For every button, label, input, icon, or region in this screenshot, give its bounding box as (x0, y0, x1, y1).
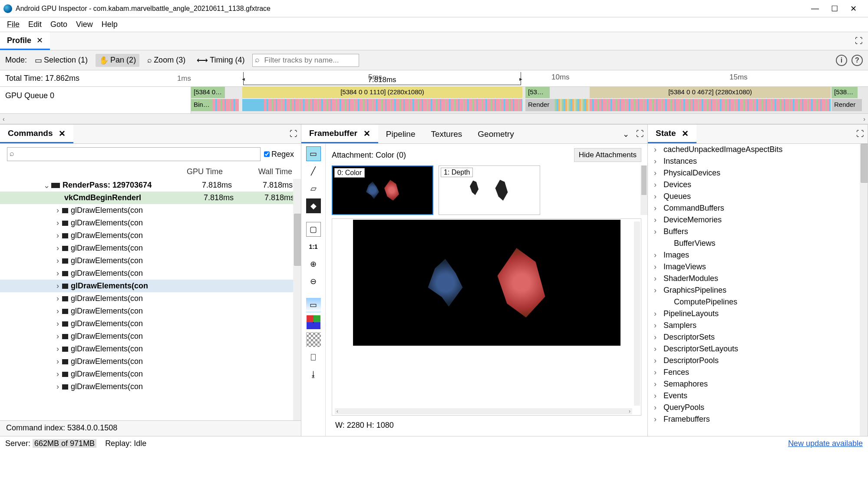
command-row[interactable]: ›glDrawElements(con (0, 380, 301, 393)
mode-pan[interactable]: ✋ Pan (2) (96, 54, 139, 67)
menu-help[interactable]: Help (97, 18, 122, 31)
state-item[interactable]: ComputePipelines (648, 296, 868, 308)
tool-slash-icon[interactable]: ╱ (306, 164, 321, 178)
tool-image-icon[interactable]: ▭ (306, 297, 321, 312)
state-item[interactable]: ›CommandBuffers (648, 202, 868, 214)
fb-vscroll[interactable] (634, 221, 640, 406)
state-item[interactable]: ›Semaphores (648, 378, 868, 390)
tool-color-icon[interactable]: ▭ (306, 146, 321, 161)
command-row[interactable]: vkCmdBeginRenderI7.818ms7.818ms (0, 192, 301, 204)
queue-block-1-sub[interactable]: Binn… (191, 99, 213, 111)
track-filter-input[interactable] (252, 54, 359, 67)
state-item[interactable]: ›QueryPools (648, 402, 868, 413)
update-link[interactable]: New update available (788, 439, 863, 448)
state-item[interactable]: ›Events (648, 390, 868, 402)
state-item[interactable]: ›Instances (648, 155, 868, 167)
state-fullscreen-icon[interactable]: ⛶ (853, 129, 868, 139)
command-row[interactable]: ›glDrawElements(con (0, 204, 301, 217)
mode-selection[interactable]: ▭ Selection (1) (31, 54, 91, 67)
command-row[interactable]: ›glDrawElements(con (0, 355, 301, 368)
maximize-button[interactable]: ☐ (831, 4, 838, 13)
tab-profile-close-icon[interactable]: ✕ (36, 36, 43, 45)
command-row[interactable]: ›glDrawElements(con (0, 305, 301, 317)
command-row[interactable]: ›glDrawElements(con (0, 229, 301, 242)
tool-actual-icon[interactable]: 1:1 (306, 239, 321, 254)
tool-zoomout-icon[interactable]: ⊖ (306, 274, 321, 289)
command-row[interactable]: ›glDrawElements(con (0, 254, 301, 267)
queue-block-5[interactable]: [538… (832, 87, 858, 98)
commands-list[interactable]: ⌄RenderPass: 1297036747.818ms7.818msvkCm… (0, 179, 301, 420)
tool-channels-icon[interactable]: · (306, 315, 321, 330)
state-item[interactable]: BufferViews (648, 238, 868, 249)
state-item[interactable]: ›DeviceMemories (648, 214, 868, 226)
menu-file[interactable]: File (3, 18, 24, 31)
queue-block-3-sub[interactable]: Render (525, 99, 555, 111)
tool-checker-icon[interactable] (306, 332, 321, 347)
tab-textures[interactable]: Textures (423, 125, 470, 143)
command-row[interactable]: ›glDrawElements(con (0, 267, 301, 280)
state-item[interactable]: ›Framebuffers (648, 413, 868, 425)
tool-dark-icon[interactable]: ◆ (306, 198, 321, 213)
state-item[interactable]: ›Buffers (648, 226, 868, 238)
tab-framebuffer[interactable]: Framebuffer✕ (301, 125, 378, 143)
commands-search-input[interactable] (7, 147, 261, 161)
state-vscroll[interactable] (860, 144, 868, 436)
tool-box-icon[interactable]: ▱ (306, 181, 321, 196)
queue-block-3[interactable]: [538… (525, 87, 550, 98)
state-item[interactable]: ›Images (648, 249, 868, 261)
command-row[interactable]: ›glDrawElements(con (0, 280, 301, 292)
state-item[interactable]: ›DescriptorSets (648, 331, 868, 343)
fullscreen-icon[interactable]: ⛶ (850, 36, 868, 46)
thumb-color[interactable]: 0: Color (332, 165, 433, 215)
thumbs-vscroll[interactable] (640, 165, 647, 215)
tab-commands[interactable]: Commands ✕ (0, 125, 73, 143)
state-tree[interactable]: ›cachedUnpackedImageAspectBits›Instances… (648, 144, 868, 436)
state-item[interactable]: ›PhysicalDevices (648, 167, 868, 179)
mode-zoom[interactable]: ⌕ Zoom (3) (144, 54, 189, 66)
commands-fullscreen-icon[interactable]: ⛶ (286, 129, 301, 139)
state-close-icon[interactable]: ✕ (682, 129, 689, 139)
fb-dropdown-icon[interactable]: ⌄ (619, 129, 633, 139)
command-row[interactable]: ›glDrawElements(con (0, 330, 301, 343)
command-row[interactable]: ›glDrawElements(con (0, 242, 301, 254)
command-row[interactable]: ›glDrawElements(con (0, 368, 301, 380)
commands-close-icon[interactable]: ✕ (59, 129, 66, 139)
state-item[interactable]: ›DescriptorSetLayouts (648, 343, 868, 355)
fb-fullscreen-icon[interactable]: ⛶ (633, 129, 647, 139)
menu-goto[interactable]: Goto (46, 18, 72, 31)
command-row[interactable]: ›glDrawElements(con (0, 217, 301, 229)
timeline-hscroll[interactable]: ‹› (0, 114, 868, 124)
gpu-queue-lane[interactable]: [5384 0… Binn… [5384 0 0 1110] (2280x108… (191, 87, 868, 113)
minimize-button[interactable]: — (811, 4, 819, 13)
tab-pipeline[interactable]: Pipeline (378, 125, 423, 143)
tab-state[interactable]: State✕ (648, 125, 696, 143)
command-row[interactable]: ⌄RenderPass: 1297036747.818ms7.818ms (0, 179, 301, 192)
command-row[interactable]: ›glDrawElements(con (0, 343, 301, 355)
info-icon[interactable]: i (836, 55, 847, 66)
state-item[interactable]: ›DescriptorPools (648, 355, 868, 367)
tab-profile[interactable]: Profile ✕ (0, 32, 50, 50)
state-item[interactable]: ›GraphicsPipelines (648, 284, 868, 296)
hide-attachments-button[interactable]: Hide Attachments (574, 148, 641, 162)
state-item[interactable]: ›Queues (648, 191, 868, 202)
tool-fit-icon[interactable]: ▢ (306, 222, 321, 237)
help-icon[interactable]: ? (851, 55, 863, 66)
menu-view[interactable]: View (72, 18, 97, 31)
state-item[interactable]: ›Samplers (648, 320, 868, 331)
queue-block-2[interactable]: [5384 0 0 1110] (2280x1080) (242, 87, 522, 98)
state-item[interactable]: ›Fences (648, 367, 868, 378)
queue-block-5-sub[interactable]: Render (832, 99, 862, 111)
command-row[interactable]: ›glDrawElements(con (0, 317, 301, 330)
mode-timing[interactable]: ⟷ Timing (4) (193, 54, 248, 67)
queue-block-1[interactable]: [5384 0… (191, 87, 225, 98)
selection-range[interactable]: 7.818ms (243, 72, 521, 85)
fb-close-icon[interactable]: ✕ (363, 129, 370, 139)
regex-checkbox[interactable]: Regex (264, 147, 294, 161)
menu-edit[interactable]: Edit (24, 18, 46, 31)
state-item[interactable]: ›Devices (648, 179, 868, 191)
command-row[interactable]: ›glDrawElements(con (0, 292, 301, 305)
fb-canvas[interactable] (353, 220, 620, 346)
tool-download-icon[interactable]: ⭳ (306, 367, 321, 382)
fb-hscroll[interactable]: ‹› (335, 408, 632, 414)
tool-crop-icon[interactable]: ⎕ (306, 350, 321, 364)
